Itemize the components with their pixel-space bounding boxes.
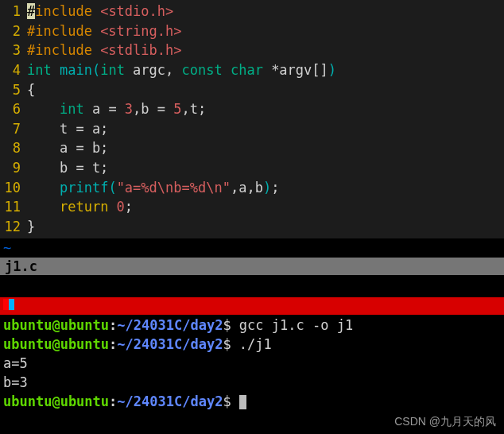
code-line: 12} bbox=[0, 217, 504, 237]
terminal[interactable]: ubuntu@ubuntu:~/24031C/day2$ gcc j1.c -o… bbox=[0, 315, 504, 413]
code-content: #include <stdio.h> bbox=[27, 2, 173, 21]
code-line: 10 printf("a=%d\nb=%d\n",a,b); bbox=[0, 178, 504, 198]
watermark: CSDN @九月天的风 bbox=[394, 415, 496, 429]
code-line: 7 t = a; bbox=[0, 119, 504, 139]
terminal-output: a=5 bbox=[3, 355, 501, 374]
code-content: #include <stdlib.h> bbox=[27, 41, 181, 60]
code-content: b = t; bbox=[27, 158, 108, 178]
terminal-line: ubuntu@ubuntu:~/24031C/day2$ bbox=[3, 393, 501, 412]
terminal-output: b=3 bbox=[3, 374, 501, 393]
code-content: t = a; bbox=[27, 119, 108, 139]
code-line: 4int main(int argc, const char *argv[]) bbox=[0, 60, 504, 80]
line-number: 5 bbox=[0, 80, 27, 100]
code-content: printf("a=%d\nb=%d\n",a,b); bbox=[27, 178, 279, 198]
vim-tilde: ~ bbox=[0, 238, 504, 258]
terminal-line: ubuntu@ubuntu:~/24031C/day2$ gcc j1.c -o… bbox=[3, 316, 501, 335]
terminal-cursor bbox=[239, 395, 246, 409]
line-number: 7 bbox=[0, 119, 27, 139]
code-line: 11 return 0; bbox=[0, 197, 504, 217]
code-line: 8 a = b; bbox=[0, 138, 504, 158]
line-number: 12 bbox=[0, 217, 27, 237]
code-content: #include <string.h> bbox=[27, 21, 181, 41]
code-line: 9 b = t; bbox=[0, 158, 504, 178]
code-content: a = b; bbox=[27, 138, 108, 158]
line-number: 3 bbox=[0, 41, 27, 60]
code-content: { bbox=[27, 80, 35, 100]
code-line: 1#include <stdio.h> bbox=[0, 2, 504, 21]
line-number: 11 bbox=[0, 197, 27, 217]
separator bbox=[0, 275, 504, 297]
code-content: return 0; bbox=[27, 197, 133, 217]
terminal-line: ubuntu@ubuntu:~/24031C/day2$ ./j1 bbox=[3, 335, 501, 355]
pane-indicator-icon bbox=[3, 299, 14, 310]
line-number: 2 bbox=[0, 21, 27, 41]
line-number: 9 bbox=[0, 158, 27, 178]
line-number: 1 bbox=[0, 2, 27, 21]
code-content: } bbox=[27, 217, 35, 237]
code-editor[interactable]: 1#include <stdio.h>2#include <string.h>3… bbox=[0, 0, 504, 238]
code-content: int a = 3,b = 5,t; bbox=[27, 99, 206, 119]
code-line: 2#include <string.h> bbox=[0, 21, 504, 41]
line-number: 10 bbox=[0, 178, 27, 198]
vim-statusbar: j1.c bbox=[0, 258, 504, 275]
code-line: 3#include <stdlib.h> bbox=[0, 41, 504, 60]
line-number: 8 bbox=[0, 138, 27, 158]
line-number: 6 bbox=[0, 99, 27, 119]
tmux-statusbar bbox=[0, 297, 504, 315]
code-content: int main(int argc, const char *argv[]) bbox=[27, 60, 336, 80]
line-number: 4 bbox=[0, 60, 27, 80]
code-line: 5{ bbox=[0, 80, 504, 100]
code-line: 6 int a = 3,b = 5,t; bbox=[0, 99, 504, 119]
